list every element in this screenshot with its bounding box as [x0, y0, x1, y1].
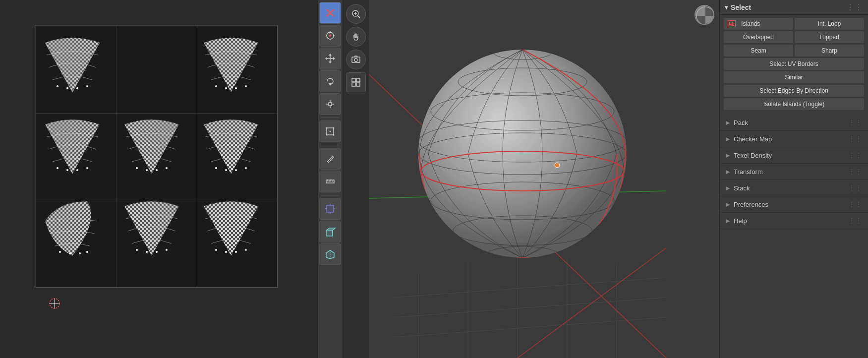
svg-point-20 — [215, 167, 217, 169]
select-edges-by-direction-button[interactable]: Select Edges By Direction — [724, 85, 864, 97]
seam-label: Seam — [751, 47, 766, 54]
pan-button[interactable] — [346, 27, 366, 47]
viewport-3d[interactable] — [369, 0, 719, 358]
help-chevron: ▶ — [726, 218, 730, 224]
select-uv-borders-row: Select UV Borders — [724, 58, 864, 70]
svg-point-8 — [215, 85, 217, 87]
preferences-row-label: ▶ Preferences — [726, 201, 768, 208]
transform-label: Transform — [734, 168, 763, 176]
transform-section-row[interactable]: ▶ Transform ⋮⋮ — [720, 164, 868, 180]
crosshair-indicator — [47, 296, 62, 311]
transform-tool-button[interactable] — [319, 120, 341, 142]
select-edges-by-direction-row: Select Edges By Direction — [724, 85, 864, 97]
viewport-overlay-controls — [694, 5, 714, 25]
add-tool-button[interactable] — [319, 198, 341, 220]
toolbar-separator-3 — [321, 195, 339, 195]
shader-button[interactable] — [346, 72, 366, 92]
checker-map-chevron: ▶ — [726, 136, 730, 142]
toolbar-separator-2 — [321, 145, 339, 145]
svg-point-26 — [79, 252, 81, 254]
rotate-tool-button[interactable] — [319, 70, 341, 92]
svg-marker-51 — [329, 54, 332, 56]
svg-marker-78 — [327, 228, 335, 230]
measure-tool-button[interactable] — [319, 171, 341, 192]
flipped-button[interactable]: Flipped — [795, 31, 864, 43]
islands-button[interactable]: Islands — [724, 18, 793, 30]
svg-point-25 — [69, 252, 71, 254]
uv-island-5 — [199, 112, 263, 181]
svg-rect-67 — [326, 180, 334, 183]
svg-rect-87 — [352, 78, 355, 82]
zoom-in-button[interactable] — [346, 4, 366, 24]
overlapped-label: Overlapped — [743, 34, 774, 41]
select-tool-button[interactable] — [319, 2, 341, 24]
checker-map-section-row[interactable]: ▶ Checker Map ⋮⋮ — [720, 131, 868, 147]
preferences-section-row[interactable]: ▶ Preferences ⋮⋮ — [720, 196, 868, 213]
help-section-row[interactable]: ▶ Help ⋮⋮ — [720, 213, 868, 229]
uv-island-8 — [199, 194, 263, 263]
svg-rect-118 — [695, 16, 705, 25]
svg-rect-116 — [705, 16, 714, 25]
isolate-islands-label: Isolate Islands (Toggle) — [763, 101, 824, 108]
cursor-tool-button[interactable] — [319, 25, 341, 47]
svg-point-14 — [76, 169, 78, 171]
flipped-label: Flipped — [819, 34, 839, 41]
isolate-islands-button[interactable]: Isolate Islands (Toggle) — [724, 98, 864, 110]
pack-section-row[interactable]: ▶ Pack ⋮⋮ — [720, 115, 868, 131]
annotate-tool-button[interactable] — [319, 148, 341, 170]
svg-point-19 — [166, 167, 168, 169]
uv-island-3 — [40, 112, 105, 181]
svg-point-13 — [66, 169, 68, 171]
sphere-object — [404, 27, 641, 285]
overlapped-button[interactable]: Overlapped — [724, 31, 793, 43]
cube-tool-button[interactable] — [319, 221, 341, 242]
islands-label: Islands — [741, 20, 760, 27]
stack-section-row[interactable]: ▶ Stack ⋮⋮ — [720, 180, 868, 196]
scale-tool-button[interactable] — [319, 93, 341, 115]
uv-island-7 — [119, 194, 184, 263]
pack-label: Pack — [734, 119, 748, 126]
transform-chevron: ▶ — [726, 169, 730, 175]
uv-grid — [35, 25, 278, 288]
help-label: Help — [734, 217, 747, 225]
move-tool-button[interactable] — [319, 48, 341, 69]
similar-label: Similar — [785, 74, 803, 81]
svg-point-62 — [326, 127, 328, 129]
select-uv-borders-label: Select UV Borders — [769, 60, 818, 67]
texel-density-dots: ⋮⋮ — [848, 151, 862, 159]
select-section-title: ▾ Select — [725, 3, 751, 11]
similar-button[interactable]: Similar — [724, 71, 864, 83]
svg-point-4 — [57, 85, 58, 87]
svg-marker-54 — [333, 57, 335, 60]
select-section-header[interactable]: ▾ Select ⋮⋮ — [720, 0, 868, 15]
transform-dots: ⋮⋮ — [848, 168, 862, 176]
int-loop-button[interactable]: Int. Loop — [795, 18, 864, 30]
toolbar — [317, 0, 343, 358]
camera-button[interactable] — [346, 50, 366, 69]
int-loop-label: Int. Loop — [818, 20, 841, 27]
seam-sharp-row: Seam Sharp — [724, 45, 864, 57]
select-uv-borders-button[interactable]: Select UV Borders — [724, 58, 864, 70]
uv-canvas[interactable] — [0, 0, 317, 358]
svg-marker-55 — [329, 83, 332, 86]
uv-island-6 — [40, 194, 105, 263]
svg-point-63 — [333, 127, 335, 129]
islands-icon — [728, 20, 736, 27]
svg-point-65 — [333, 134, 335, 136]
chevron-down-icon: ▾ — [725, 4, 728, 11]
checker-overlay-button[interactable] — [694, 5, 714, 25]
svg-point-24 — [59, 251, 61, 253]
seam-button[interactable]: Seam — [724, 45, 793, 57]
svg-point-11 — [245, 85, 247, 87]
alt-cube-tool-button[interactable] — [319, 243, 341, 265]
texel-density-section-row[interactable]: ▶ Texel Density ⋮⋮ — [720, 147, 868, 164]
svg-point-32 — [215, 249, 217, 251]
preferences-label: Preferences — [734, 201, 768, 208]
viewport-header-icons — [343, 0, 369, 358]
preferences-chevron: ▶ — [726, 201, 730, 208]
uv-island-2 — [199, 30, 263, 100]
svg-point-48 — [330, 35, 331, 37]
svg-point-17 — [146, 169, 148, 171]
sharp-button[interactable]: Sharp — [795, 45, 864, 57]
svg-point-12 — [57, 167, 58, 169]
